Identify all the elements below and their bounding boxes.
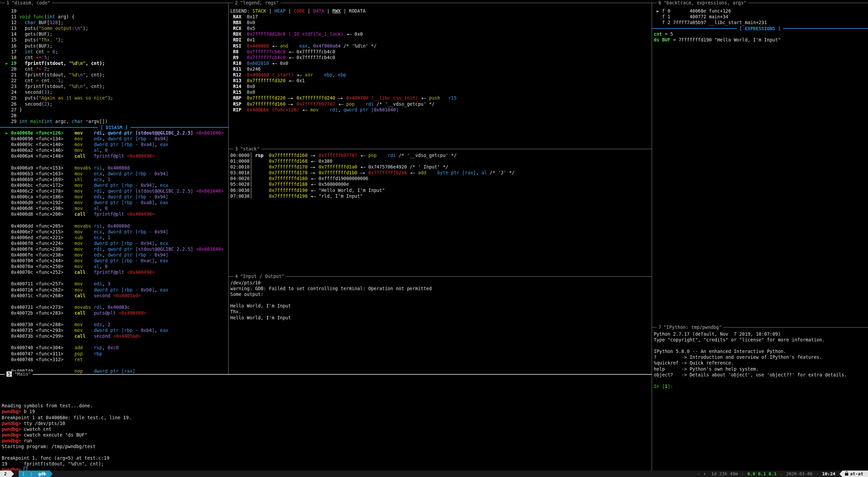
expressions-section-header: [ EXPRESSIONS ] bbox=[652, 25, 868, 31]
pane-border bbox=[229, 149, 652, 149]
chevron-left-icon: ‹ bbox=[741, 471, 744, 477]
pane-main-gdb[interactable]: 5"Main" Reading symbols from test...done… bbox=[0, 371, 652, 471]
pane-stack[interactable]: 3"stack" 00:0000│ rsp 0x7fffffffd160 —▸ … bbox=[229, 146, 652, 273]
program-output: /dev/pts/10warning: GDB: Failed to set c… bbox=[230, 280, 432, 321]
stack-listing: 00:0000│ rsp 0x7fffffffd160 —▸ 0x7ffff7b… bbox=[230, 153, 514, 199]
pane-input-output[interactable]: 4"Input / Output" /dev/pts/10warning: GD… bbox=[229, 273, 652, 374]
load-average: 0.0 0.1 0.1 bbox=[747, 471, 777, 477]
uptime: ↑ 1d 23h 49m bbox=[703, 471, 738, 477]
powerline-arrow-icon bbox=[839, 471, 843, 477]
pane-border bbox=[229, 276, 652, 277]
pane-title-main: 5"Main" bbox=[5, 371, 33, 377]
chevron-left-icon: ‹ bbox=[780, 471, 783, 477]
source-code-listing: 10 11 void func(int arg) { 12 char BUF[1… bbox=[3, 8, 113, 124]
pane-title-disasm-code: 1"disasm, code" bbox=[5, 0, 52, 6]
pane-ipython[interactable]: 7"IPython: tmp/pwndbg" Python 2.7.17 (de… bbox=[652, 324, 868, 471]
pane-title-input-output: 4"Input / Output" bbox=[233, 273, 286, 279]
vertical-pane-divider-right[interactable] bbox=[652, 3, 652, 471]
pane-title-backtrace: 6"backtrace, expressions, args" bbox=[657, 0, 748, 6]
chevron-left-icon: ‹ bbox=[697, 471, 700, 477]
pane-title-ipython: 7"IPython: tmp/pwndbg" bbox=[657, 324, 723, 330]
gdb-console[interactable]: Reading symbols from test...done.pwndbg>… bbox=[2, 380, 131, 471]
pane-border-active bbox=[0, 374, 652, 375]
pane-title-stack: 3"stack" bbox=[233, 146, 261, 152]
disasm-section-header: [ DISASM ] bbox=[0, 124, 228, 130]
window-index: 1 bbox=[22, 471, 25, 476]
status-right: ‹ ↑ 1d 23h 49m ‹ 0.0 0.1 0.1 ‹ 2020-03-0… bbox=[694, 471, 868, 477]
expressions-listing: cnt = 5ds BUF = 7fffffffd190 "Hello Worl… bbox=[654, 31, 781, 43]
session-badge[interactable]: 2 bbox=[0, 471, 11, 477]
pane-title-legend-regs: 2"legend, regs" bbox=[233, 0, 281, 6]
pane-legend-regs[interactable]: 2"legend, regs" LEGEND: STACK | HEAP | C… bbox=[229, 0, 652, 146]
tmux-status-bar: 2 1 ❯ gdb ‹ ↑ 1d 23h 49m ‹ 0.0 0.1 0.1 ‹… bbox=[0, 471, 868, 477]
lock-icon bbox=[845, 473, 848, 476]
vertical-pane-divider-left[interactable] bbox=[228, 3, 229, 374]
powerline-arrow-icon bbox=[11, 471, 14, 477]
ipython-console[interactable]: Python 2.7.17 (default, Nov 7 2019, 10:0… bbox=[654, 331, 847, 389]
pane-border bbox=[229, 3, 652, 3]
backtrace-listing: ► f 0 40068e func+126 f 1 400772 main+34… bbox=[654, 8, 767, 25]
window-tab-gdb[interactable]: 1 ❯ gdb bbox=[19, 471, 50, 477]
tmux-terminal-screen: 1"disasm, code" 10 11 void func(int arg)… bbox=[0, 0, 868, 477]
window-name: gdb bbox=[38, 471, 46, 476]
chevron-left-icon: ‹ bbox=[816, 471, 819, 477]
disassembly-listing: ► 0x40068e <func+126> mov rdi, qword ptr… bbox=[3, 130, 223, 374]
chevron-right-icon: ❯ bbox=[30, 471, 33, 476]
powerline-arrow-icon bbox=[50, 471, 53, 477]
pane-backtrace-expressions[interactable]: 6"backtrace, expressions, args" ► f 0 40… bbox=[652, 0, 868, 324]
status-clock: 10:24 bbox=[822, 471, 835, 477]
pane-disasm-code[interactable]: 1"disasm, code" 10 11 void func(int arg)… bbox=[0, 0, 228, 374]
hostname-badge: at-at bbox=[843, 471, 868, 477]
registers-listing: LEGEND: STACK | HEAP | CODE | DATA | RWX… bbox=[230, 8, 457, 113]
up-arrow-icon: ↑ bbox=[703, 471, 706, 476]
status-date: 2020-03-06 bbox=[786, 471, 813, 477]
